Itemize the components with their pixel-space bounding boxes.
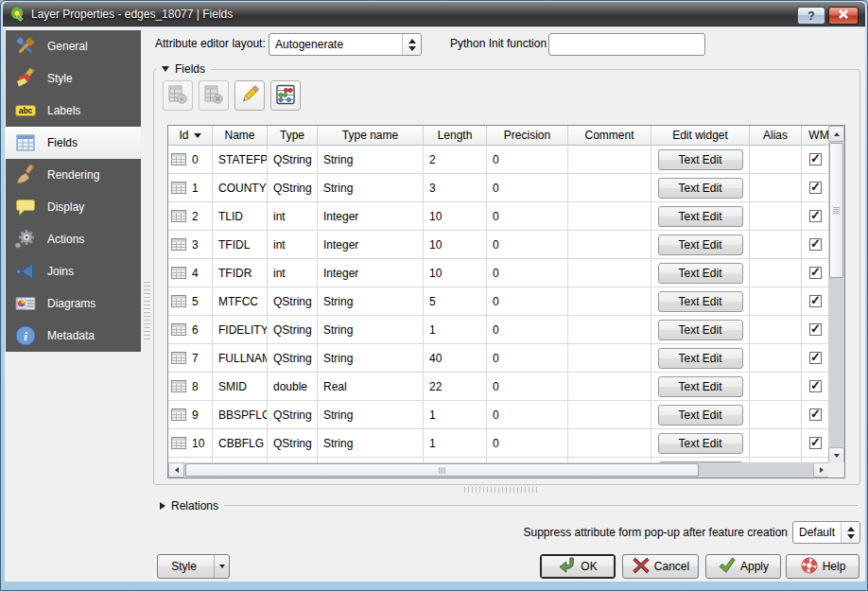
cell-id[interactable]: 7 (168, 344, 213, 373)
cell-type-name[interactable]: Real (318, 373, 424, 401)
cell-type[interactable]: int (268, 259, 318, 287)
cell-length[interactable]: 22 (424, 373, 487, 401)
cell-edit-widget[interactable]: Text Edit (651, 202, 750, 231)
scroll-up-button[interactable] (828, 126, 844, 142)
column-header-precision[interactable]: Precision (487, 126, 568, 146)
cell-wms[interactable] (802, 429, 829, 458)
cell-length[interactable]: 1 (424, 316, 487, 344)
cell-comment[interactable] (568, 401, 651, 429)
cell-id[interactable]: 1 (168, 174, 213, 202)
horizontal-scroll-thumb[interactable] (185, 463, 699, 477)
cell-comment[interactable] (568, 373, 651, 401)
cell-name[interactable]: TLID (213, 202, 268, 231)
cell-precision[interactable]: 0 (487, 287, 568, 316)
cell-length[interactable]: 2 (424, 146, 487, 174)
cell-type[interactable]: double (268, 373, 318, 401)
edit-widget-button[interactable]: Text Edit (658, 348, 743, 369)
apply-button[interactable]: Apply (705, 554, 781, 579)
cell-name[interactable]: MTFCC (213, 287, 268, 316)
edit-widget-button[interactable]: Text Edit (658, 149, 743, 170)
cell-comment[interactable] (568, 344, 651, 373)
wms-checkbox[interactable] (809, 408, 822, 421)
cell-id[interactable]: 3 (168, 231, 213, 259)
cell-edit-widget[interactable]: Text Edit (651, 316, 750, 344)
cell-comment[interactable] (568, 146, 651, 174)
cell-type-name[interactable]: String (318, 316, 424, 344)
cell-comment[interactable] (568, 259, 651, 287)
cell-type[interactable]: int (268, 202, 318, 231)
cell-precision[interactable]: 0 (487, 146, 568, 174)
cell-type-name[interactable]: Integer (318, 231, 424, 259)
cell-edit-widget[interactable]: Text Edit (651, 287, 750, 316)
sidebar-item-diagrams[interactable]: Diagrams (6, 287, 141, 320)
attribute-editor-layout-combo[interactable]: Autogenerate (269, 33, 422, 56)
column-header-type-name[interactable]: Type name (318, 126, 424, 146)
cell-comment[interactable] (568, 202, 651, 231)
cell-id[interactable]: 2 (168, 202, 213, 231)
cell-wms[interactable] (802, 259, 829, 287)
cell-alias[interactable] (750, 429, 802, 458)
sidebar-item-style[interactable]: Style (6, 62, 141, 95)
cell-name[interactable]: CBBFLG (213, 429, 268, 458)
wms-checkbox[interactable] (809, 323, 822, 336)
cell-name[interactable]: TFIDR (213, 259, 268, 287)
cell-precision[interactable]: 0 (487, 174, 568, 202)
cell-name[interactable]: STATEFP (213, 146, 268, 174)
python-init-input[interactable] (548, 33, 705, 56)
column-header-edit-widget[interactable]: Edit widget (651, 126, 750, 146)
edit-widget-button[interactable]: Text Edit (658, 206, 743, 227)
sidebar-item-fields[interactable]: Fields (6, 127, 141, 159)
cell-id[interactable]: 9 (168, 401, 213, 429)
wms-checkbox[interactable] (809, 380, 822, 392)
column-header-comment[interactable]: Comment (568, 126, 651, 146)
edit-widget-button[interactable]: Text Edit (658, 263, 743, 284)
wms-checkbox[interactable] (809, 352, 822, 364)
sidebar-item-rendering[interactable]: Rendering (6, 159, 141, 191)
cell-length[interactable]: 1 (424, 401, 487, 429)
vertical-scroll-thumb[interactable] (829, 143, 843, 278)
column-header-wms[interactable]: WMS (802, 126, 829, 146)
cell-type[interactable]: QString (268, 401, 318, 429)
cell-edit-widget[interactable]: Text Edit (651, 174, 750, 202)
sidebar-item-labels[interactable]: abcLabels (6, 95, 141, 127)
cell-edit-widget[interactable]: Text Edit (651, 429, 750, 458)
style-button[interactable]: Style (157, 554, 230, 579)
column-header-length[interactable]: Length (424, 126, 487, 146)
cell-type-name[interactable]: Integer (318, 202, 424, 231)
column-header-name[interactable]: Name (213, 126, 268, 146)
field-calculator-button[interactable] (270, 80, 301, 111)
cell-type[interactable]: QString (268, 287, 318, 316)
cell-type-name[interactable]: String (318, 287, 424, 316)
cell-edit-widget[interactable]: Text Edit (651, 231, 750, 259)
cell-length[interactable]: 3 (424, 174, 487, 202)
window-help-button[interactable]: ? (797, 7, 825, 25)
cell-type-name[interactable]: String (318, 146, 424, 174)
cell-alias[interactable] (750, 401, 802, 429)
cell-name[interactable]: FULLNAME (213, 344, 268, 373)
wms-checkbox[interactable] (809, 238, 822, 251)
edit-widget-button[interactable]: Text Edit (658, 320, 743, 340)
cell-alias[interactable] (750, 202, 802, 231)
cell-type-name[interactable]: String (318, 344, 424, 373)
cell-edit-widget[interactable]: Text Edit (651, 146, 750, 174)
cell-name[interactable]: BBSPFLG (213, 401, 268, 429)
cell-type[interactable]: QString (268, 174, 318, 202)
cell-wms[interactable] (802, 231, 829, 259)
cell-precision[interactable]: 0 (487, 401, 568, 429)
cell-id[interactable]: 10 (168, 429, 213, 458)
column-header-alias[interactable]: Alias (750, 126, 802, 146)
cancel-button[interactable]: Cancel (622, 554, 699, 579)
cell-alias[interactable] (750, 373, 802, 401)
cell-type-name[interactable]: String (318, 429, 424, 458)
cell-length[interactable]: 10 (424, 259, 487, 287)
wms-checkbox[interactable] (809, 437, 822, 449)
cell-type[interactable]: QString (268, 146, 318, 174)
sidebar-item-joins[interactable]: Joins (6, 255, 141, 287)
cell-type[interactable]: QString (268, 429, 318, 458)
cell-length[interactable]: 40 (424, 344, 487, 373)
cell-comment[interactable] (568, 287, 651, 316)
cell-precision[interactable]: 0 (487, 202, 568, 231)
cell-precision[interactable]: 0 (487, 259, 568, 287)
cell-comment[interactable] (568, 316, 651, 344)
cell-alias[interactable] (750, 174, 802, 202)
